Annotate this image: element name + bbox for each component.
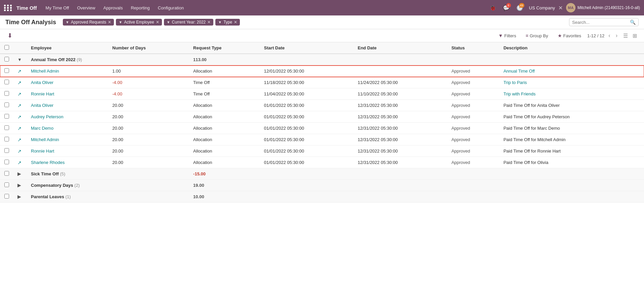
filter-tag-close-1[interactable]: ✕ xyxy=(156,20,159,25)
group-toggle-cell[interactable]: ▼ xyxy=(13,54,27,66)
group-header-row[interactable]: ▶ Parental Leaves (1) 10.00 xyxy=(0,191,644,203)
row-checkbox-0-4[interactable] xyxy=(4,114,9,119)
filter-tag-1[interactable]: ▼ Active Employee ✕ xyxy=(116,19,162,26)
description-link[interactable]: Annual Time Off xyxy=(504,69,535,74)
row-end-cell: 12/31/2022 05:30:00 xyxy=(354,123,447,134)
employee-name[interactable]: Mitchell Admin xyxy=(31,69,59,74)
nav-overview[interactable]: Overview xyxy=(74,0,98,15)
description-link[interactable]: Trip with Friends xyxy=(504,91,536,96)
discuss-icon[interactable]: 💬 6 xyxy=(501,2,512,13)
groupby-button[interactable]: ≡ Group By xyxy=(522,32,551,40)
row-link-cell[interactable]: ↗ xyxy=(13,111,27,123)
external-link-icon[interactable]: ↗ xyxy=(17,149,22,154)
employee-name[interactable]: Mitchell Admin xyxy=(31,137,59,142)
row-link-cell[interactable]: ↗ xyxy=(13,123,27,134)
row-checkbox-0-1[interactable] xyxy=(4,80,9,84)
group-checkbox-1[interactable] xyxy=(4,171,9,176)
table-row[interactable]: ↗ Anita Oliver -4.00 Time Off 11/18/2022… xyxy=(0,77,644,88)
row-link-cell[interactable]: ↗ xyxy=(13,88,27,100)
group-header-row[interactable]: ▶ Compensatory Days (2) 19.00 xyxy=(0,180,644,191)
list-view-button[interactable]: ☰ xyxy=(621,32,630,40)
prev-page-button[interactable]: ‹ xyxy=(607,32,611,39)
row-link-cell[interactable]: ↗ xyxy=(13,134,27,145)
row-checkbox-0-8[interactable] xyxy=(4,160,9,164)
row-checkbox-0-2[interactable] xyxy=(4,91,9,96)
external-link-icon[interactable]: ↗ xyxy=(17,114,22,120)
select-all-checkbox[interactable] xyxy=(4,45,9,50)
filter-tag-2[interactable]: ▼ Current Year: 2022 ✕ xyxy=(164,19,214,26)
table-row[interactable]: ↗ Sharlene Rhodes 20.00 Allocation 01/01… xyxy=(0,157,644,168)
grid-view-button[interactable]: ⊞ xyxy=(631,32,639,40)
description-text: Paid Time Off for Anita Oliver xyxy=(504,103,560,108)
external-link-icon[interactable]: ↗ xyxy=(17,80,22,85)
filter-tag-0[interactable]: ▼ Approved Requests ✕ xyxy=(63,19,114,26)
bug-icon[interactable]: 🐞 xyxy=(487,2,498,13)
group-collapse-icon-1[interactable]: ▶ xyxy=(17,171,21,176)
employee-name[interactable]: Marc Demo xyxy=(31,126,53,131)
row-link-cell[interactable]: ↗ xyxy=(13,66,27,77)
table-row[interactable]: ↗ Anita Oliver 20.00 Allocation 01/01/20… xyxy=(0,100,644,111)
external-link-icon[interactable]: ↗ xyxy=(17,137,22,142)
filter-tag-close-2[interactable]: ✕ xyxy=(207,20,211,25)
apps-menu-icon[interactable] xyxy=(4,5,12,11)
external-link-icon[interactable]: ↗ xyxy=(17,126,22,131)
group-header-row[interactable]: ▼ Annual Time Off 2022 (9) 113.00 xyxy=(0,54,644,66)
row-checkbox-0-7[interactable] xyxy=(4,148,9,153)
table-row[interactable]: ↗ Ronnie Hart 20.00 Allocation 01/01/202… xyxy=(0,145,644,157)
table-row[interactable]: ↗ Mitchell Admin 1.00 Allocation 12/01/2… xyxy=(0,66,644,77)
group-toggle-cell[interactable]: ▶ xyxy=(13,191,27,203)
group-toggle-cell[interactable]: ▶ xyxy=(13,168,27,180)
filters-button[interactable]: ▼ Filters xyxy=(495,32,519,40)
activities-icon[interactable]: 🕐 49 xyxy=(514,2,525,13)
filter-tag-close-3[interactable]: ✕ xyxy=(234,20,237,25)
group-checkbox-2[interactable] xyxy=(4,182,9,187)
search-input[interactable] xyxy=(572,20,629,25)
table-row[interactable]: ↗ Audrey Peterson 20.00 Allocation 01/01… xyxy=(0,111,644,123)
table-row[interactable]: ↗ Ronnie Hart -4.00 Time Off 11/04/2022 … xyxy=(0,88,644,100)
row-link-cell[interactable]: ↗ xyxy=(13,145,27,157)
employee-name[interactable]: Ronnie Hart xyxy=(31,149,54,154)
row-link-cell[interactable]: ↗ xyxy=(13,77,27,88)
employee-name[interactable]: Anita Oliver xyxy=(31,80,53,85)
table-row[interactable]: ↗ Marc Demo 20.00 Allocation 01/01/2022 … xyxy=(0,123,644,134)
group-collapse-icon-3[interactable]: ▶ xyxy=(17,194,21,199)
external-link-icon[interactable]: ↗ xyxy=(17,91,22,97)
search-box[interactable]: 🔍 xyxy=(569,18,639,26)
search-icon[interactable]: 🔍 xyxy=(630,19,636,25)
filter-tags-container: ▼ Approved Requests ✕▼ Active Employee ✕… xyxy=(63,19,566,26)
group-checkbox-0[interactable] xyxy=(4,57,9,61)
favorites-button[interactable]: ★ Favorites xyxy=(554,32,585,40)
user-menu[interactable]: MA Mitchell Admin (21490321-16-0-all) xyxy=(566,3,640,12)
app-brand[interactable]: Time Off xyxy=(16,5,37,11)
nav-configuration[interactable]: Configuration xyxy=(155,0,187,15)
row-checkbox-0-0[interactable] xyxy=(4,68,9,73)
nav-my-time-off[interactable]: My Time Off xyxy=(42,0,73,15)
external-link-icon[interactable]: ↗ xyxy=(17,160,22,165)
group-toggle-cell[interactable]: ▶ xyxy=(13,180,27,191)
employee-name[interactable]: Audrey Peterson xyxy=(31,114,63,119)
row-link-cell[interactable]: ↗ xyxy=(13,100,27,111)
external-link-icon[interactable]: ↗ xyxy=(17,103,22,108)
external-link-icon[interactable]: ↗ xyxy=(17,69,22,74)
group-checkbox-3[interactable] xyxy=(4,194,9,199)
table-row[interactable]: ↗ Mitchell Admin 20.00 Allocation 01/01/… xyxy=(0,134,644,145)
row-checkbox-0-6[interactable] xyxy=(4,137,9,141)
employee-name[interactable]: Sharlene Rhodes xyxy=(31,160,65,165)
employee-name[interactable]: Ronnie Hart xyxy=(31,91,54,96)
group-collapse-icon-0[interactable]: ▼ xyxy=(17,57,22,62)
group-collapse-icon-2[interactable]: ▶ xyxy=(17,183,21,188)
next-page-button[interactable]: › xyxy=(614,32,619,39)
close-icon[interactable]: ✕ xyxy=(558,5,563,11)
row-checkbox-0-5[interactable] xyxy=(4,125,9,130)
download-button[interactable]: ⬇ xyxy=(5,31,14,40)
group-header-row[interactable]: ▶ Sick Time Off (5) -15.00 xyxy=(0,168,644,180)
company-name[interactable]: US Company xyxy=(529,5,555,10)
filter-tag-close-0[interactable]: ✕ xyxy=(108,20,111,25)
nav-approvals[interactable]: Approvals xyxy=(100,0,126,15)
row-link-cell[interactable]: ↗ xyxy=(13,157,27,168)
employee-name[interactable]: Anita Oliver xyxy=(31,103,53,108)
nav-reporting[interactable]: Reporting xyxy=(127,0,153,15)
description-link[interactable]: Trip to Paris xyxy=(504,80,527,85)
filter-tag-3[interactable]: ▼ Type ✕ xyxy=(215,19,240,26)
row-checkbox-0-3[interactable] xyxy=(4,102,9,107)
